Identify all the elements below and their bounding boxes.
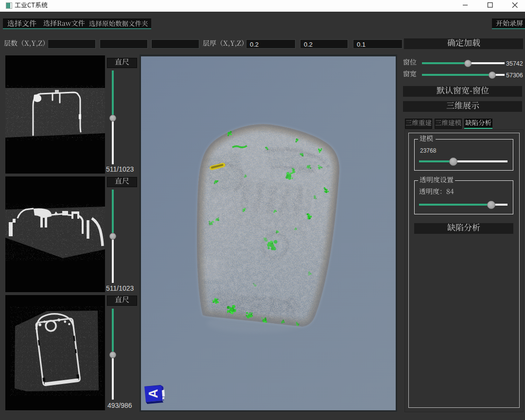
svg-text:A: A <box>146 389 160 398</box>
